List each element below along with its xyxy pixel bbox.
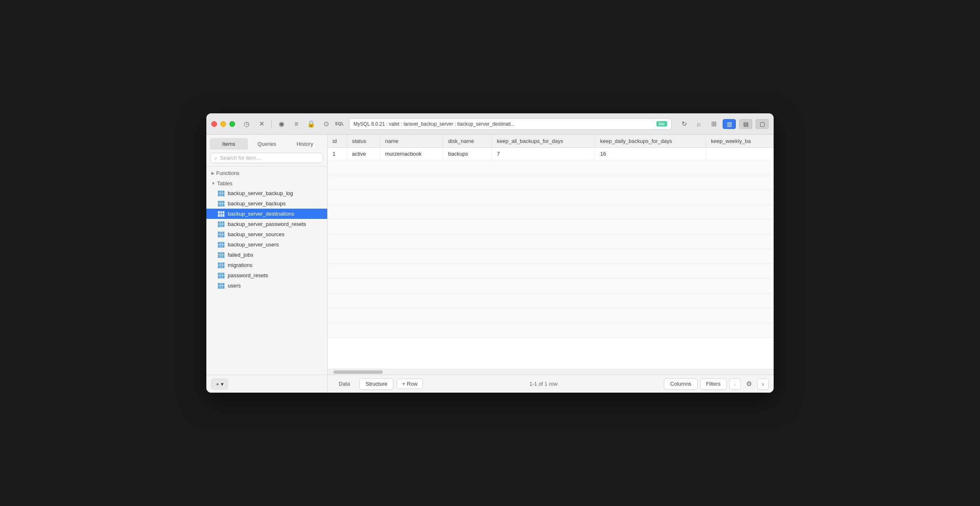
- toolbar-right: Columns Filters ‹ ⚙ ›: [664, 378, 769, 390]
- scrollbar[interactable]: [328, 369, 774, 375]
- cell-name: murzemacbook: [380, 148, 443, 160]
- table-row[interactable]: 1 active murzemacbook backups 7 16: [328, 148, 774, 160]
- table-icon: [218, 201, 224, 207]
- table-icon: [218, 232, 224, 237]
- sql-badge: SQL: [335, 122, 344, 126]
- columns-button[interactable]: Columns: [664, 378, 697, 390]
- db-icon[interactable]: ⊙: [320, 118, 332, 130]
- sidebar-bottom: + ▾: [206, 375, 327, 393]
- scrollbar-thumb[interactable]: [333, 370, 383, 374]
- table-icon: [218, 221, 224, 227]
- table-icon: [218, 242, 224, 248]
- table-item-failed-jobs[interactable]: failed_jobs: [206, 250, 327, 260]
- main-content: Items Queries History ⌕ ▶ Functions: [206, 135, 774, 393]
- table-item-users[interactable]: users: [206, 281, 327, 291]
- eye-icon[interactable]: ◉: [276, 118, 287, 130]
- close-tab-icon[interactable]: ✕: [256, 118, 267, 130]
- table-item-destinations[interactable]: backup_server_destinations: [206, 209, 327, 219]
- table-item-backups[interactable]: backup_server_backups: [206, 198, 327, 209]
- table-icon: [218, 211, 224, 217]
- connection-bar[interactable]: MySQL 8.0.21 : valet : laravel_backup_se…: [349, 118, 672, 130]
- tab-items[interactable]: Items: [210, 138, 248, 150]
- refresh-icon[interactable]: ↻: [678, 118, 690, 130]
- cell-keep-daily: 16: [595, 148, 706, 160]
- view-split-btn[interactable]: ▥: [723, 119, 736, 129]
- cell-status: active: [347, 148, 380, 160]
- functions-header[interactable]: ▶ Functions: [206, 168, 327, 178]
- data-table-wrap[interactable]: id status name disk_name keep_all_backup…: [328, 135, 774, 369]
- dropdown-icon: ▾: [221, 381, 224, 387]
- prev-button[interactable]: ‹: [729, 378, 741, 390]
- table-icon: [218, 262, 224, 268]
- table-row-empty-7: [328, 249, 774, 264]
- table-row-empty-4: [328, 205, 774, 219]
- data-area: id status name disk_name keep_all_backup…: [328, 135, 774, 393]
- col-name[interactable]: name: [380, 135, 443, 148]
- functions-chevron: ▶: [211, 171, 215, 175]
- table-item-backup-log[interactable]: backup_server_backup_log: [206, 188, 327, 198]
- table-row-empty-6: [328, 234, 774, 249]
- traffic-lights: [211, 121, 235, 127]
- tables-chevron: ▼: [211, 181, 215, 186]
- sep1: [271, 120, 272, 128]
- tables-header[interactable]: ▼ Tables: [206, 179, 327, 188]
- table-item-password-resets2[interactable]: password_resets: [206, 270, 327, 281]
- apps-icon[interactable]: ⊞: [708, 118, 719, 130]
- add-button[interactable]: + ▾: [211, 379, 228, 389]
- toolbar-tab-structure[interactable]: Structure: [359, 378, 393, 390]
- add-row-button[interactable]: + Row: [397, 379, 423, 389]
- data-table: id status name disk_name keep_all_backup…: [328, 135, 774, 338]
- view-single-btn[interactable]: ▢: [756, 119, 769, 129]
- table-item-sources[interactable]: backup_server_sources: [206, 229, 327, 239]
- main-window: ◷ ✕ ◉ ≡ 🔒 ⊙ SQL MySQL 8.0.21 : valet : l…: [206, 113, 774, 393]
- table-icon: [218, 283, 224, 289]
- filters-button[interactable]: Filters: [700, 378, 727, 390]
- table-item-migrations[interactable]: migrations: [206, 260, 327, 270]
- table-item-users-backup[interactable]: backup_server_users: [206, 239, 327, 250]
- table-row-empty-5: [328, 219, 774, 234]
- next-button[interactable]: ›: [757, 378, 769, 390]
- sidebar-tabs: Items Queries History: [206, 135, 327, 150]
- table-icon: [218, 273, 224, 278]
- table-name: backup_server_users: [228, 242, 279, 248]
- table-name: backup_server_password_resets: [228, 221, 306, 227]
- search-wrap[interactable]: ⌕: [210, 153, 323, 163]
- close-button[interactable]: [211, 121, 217, 127]
- table-name: users: [228, 283, 241, 289]
- col-keep-all[interactable]: keep_all_backups_for_days: [492, 135, 595, 148]
- table-name: backup_server_destinations: [228, 211, 294, 217]
- table-item-password-resets[interactable]: backup_server_password_resets: [206, 219, 327, 229]
- table-name: backup_server_backup_log: [228, 190, 293, 196]
- history-icon[interactable]: ◷: [241, 118, 252, 130]
- view-panel-btn[interactable]: ▤: [739, 119, 752, 129]
- sidebar-tree: ▶ Functions ▼ Tables backup_server_backu…: [206, 167, 327, 375]
- search-input[interactable]: [220, 155, 319, 161]
- cell-keep-all: 7: [492, 148, 595, 160]
- functions-section: ▶ Functions: [206, 168, 327, 178]
- add-icon: +: [216, 381, 219, 387]
- maximize-button[interactable]: [229, 121, 235, 127]
- toolbar-tab-data[interactable]: Data: [333, 378, 356, 390]
- list-icon[interactable]: ≡: [291, 118, 302, 130]
- table-name: backup_server_sources: [228, 231, 284, 237]
- col-keep-weekly[interactable]: keep_weekly_ba: [706, 135, 773, 148]
- tables-items: backup_server_backup_log backup_server_b…: [206, 188, 327, 291]
- lock-icon[interactable]: 🔒: [305, 118, 317, 130]
- tab-queries[interactable]: Queries: [248, 138, 286, 150]
- table-row-empty-8: [328, 264, 774, 278]
- gear-button[interactable]: ⚙: [743, 378, 755, 390]
- loc-badge: loc: [656, 121, 667, 126]
- tables-section: ▼ Tables backup_server_backup_log backup…: [206, 179, 327, 291]
- col-keep-daily[interactable]: keep_daily_backups_for_days: [595, 135, 706, 148]
- col-id[interactable]: id: [328, 135, 347, 148]
- tab-history[interactable]: History: [286, 138, 324, 150]
- table-name: failed_jobs: [228, 252, 253, 258]
- table-name: migrations: [228, 262, 252, 268]
- row-count: 1-1 of 1 row: [426, 381, 661, 387]
- search-icon[interactable]: ⌕: [693, 118, 705, 130]
- minimize-button[interactable]: [220, 121, 226, 127]
- table-icon: [218, 252, 224, 258]
- table-row-empty-2: [328, 175, 774, 190]
- col-status[interactable]: status: [347, 135, 380, 148]
- col-disk-name[interactable]: disk_name: [443, 135, 492, 148]
